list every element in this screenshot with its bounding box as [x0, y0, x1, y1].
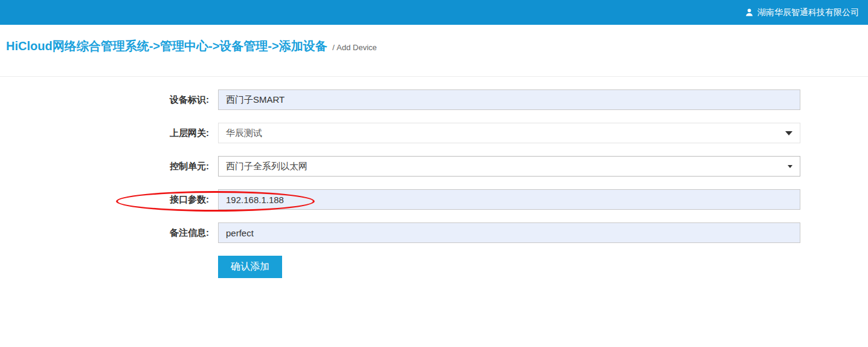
- button-row: 确认添加: [218, 256, 868, 278]
- gateway-selected-value: 华辰测试: [226, 128, 262, 139]
- add-device-form: 设备标识: 上层网关: 华辰测试 控制单元: 西门子全系列以太网 接口参数: 备…: [0, 89, 868, 278]
- remark-label: 备注信息:: [0, 227, 218, 239]
- device-id-label: 设备标识:: [0, 94, 218, 106]
- interface-params-label: 接口参数:: [0, 194, 218, 206]
- chevron-down-icon: [785, 131, 792, 135]
- remark-input[interactable]: [218, 222, 800, 243]
- gateway-select[interactable]: 华辰测试: [218, 123, 800, 143]
- top-bar: 湖南华辰智通科技有限公司: [0, 0, 868, 25]
- breadcrumb-suffix: / Add Device: [332, 43, 377, 52]
- add-device-page: 湖南华辰智通科技有限公司 HiCloud网络综合管理系统->管理中心->设备管理…: [0, 0, 868, 347]
- gateway-label: 上层网关:: [0, 128, 218, 139]
- control-unit-select[interactable]: 西门子全系列以太网: [218, 156, 800, 177]
- breadcrumb-path[interactable]: HiCloud网络综合管理系统->管理中心->设备管理->添加设备: [6, 39, 327, 53]
- control-unit-label: 控制单元:: [0, 161, 218, 172]
- control-unit-selected-value: 西门子全系列以太网: [226, 161, 307, 172]
- breadcrumb: HiCloud网络综合管理系统->管理中心->设备管理->添加设备 / Add …: [0, 25, 868, 77]
- device-id-input[interactable]: [218, 89, 800, 110]
- form-row-device-id: 设备标识:: [0, 89, 868, 110]
- form-row-gateway: 上层网关: 华辰测试: [0, 123, 868, 143]
- company-account[interactable]: 湖南华辰智通科技有限公司: [745, 7, 859, 18]
- company-name: 湖南华辰智通科技有限公司: [757, 7, 859, 18]
- confirm-add-button[interactable]: 确认添加: [218, 256, 282, 278]
- user-icon: [745, 8, 754, 17]
- interface-params-input[interactable]: [218, 189, 800, 210]
- form-row-remark: 备注信息:: [0, 222, 868, 243]
- chevron-down-icon: [788, 165, 792, 168]
- form-row-control-unit: 控制单元: 西门子全系列以太网: [0, 156, 868, 177]
- form-row-interface-params: 接口参数:: [0, 189, 868, 210]
